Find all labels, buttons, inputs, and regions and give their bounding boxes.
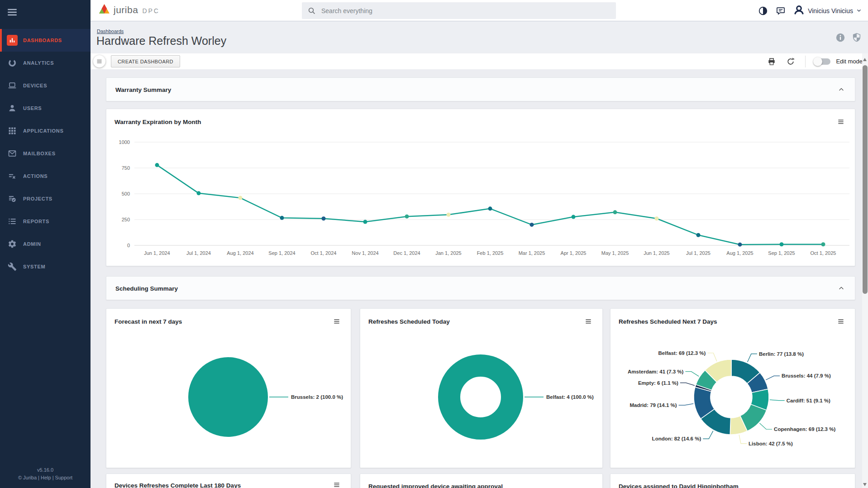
create-dashboard-button[interactable]: CREATE DASHBOARD	[111, 55, 180, 67]
project-check-icon	[7, 193, 18, 204]
contrast-icon[interactable]	[758, 6, 768, 16]
chart-menu-icon[interactable]	[333, 317, 341, 325]
sidebar-item-label: USERS	[23, 105, 42, 111]
refreshes-today-card: Refreshes Scheduled Today Belfast: 4 (10…	[360, 308, 603, 468]
svg-text:Apr 1, 2025: Apr 1, 2025	[561, 250, 587, 256]
sidebar-item-devices[interactable]: DEVICES	[0, 74, 91, 97]
scroll-up-arrow[interactable]	[863, 58, 867, 61]
scroll-down-arrow[interactable]	[863, 483, 867, 486]
svg-text:Jul 1, 2025: Jul 1, 2025	[686, 250, 711, 256]
refreshes-today-donut-chart[interactable]: Belfast: 4 (100.0 %)	[360, 309, 603, 469]
search-input[interactable]	[321, 7, 593, 14]
app-version: v5.16.0	[0, 466, 91, 474]
chart-menu-icon[interactable]	[837, 118, 845, 126]
chart-menu-icon[interactable]	[584, 317, 592, 325]
breadcrumb[interactable]: Dashboards	[97, 29, 124, 34]
sidebar-item-users[interactable]: USERS	[0, 97, 91, 120]
collapse-chevron-up-icon[interactable]	[838, 285, 845, 292]
sidebar-item-label: ANALYTICS	[23, 60, 54, 66]
print-icon[interactable]	[767, 57, 776, 66]
svg-text:Jun 1, 2025: Jun 1, 2025	[644, 250, 670, 256]
list-x-icon	[7, 171, 18, 182]
sidebar-item-admin[interactable]: ADMIN	[0, 233, 91, 255]
svg-text:Empty: 6 (1.1 %): Empty: 6 (1.1 %)	[638, 380, 678, 386]
warranty-summary-panel[interactable]: Warranty Summary	[106, 77, 855, 101]
global-search[interactable]	[302, 2, 616, 19]
shield-icon[interactable]	[852, 33, 862, 43]
svg-text:Belfast: 4 (100.0 %): Belfast: 4 (100.0 %)	[546, 394, 594, 400]
toolbar-divider	[805, 56, 806, 67]
sidebar-item-applications[interactable]: APPLICATIONS	[0, 120, 91, 142]
grid-icon	[7, 125, 18, 136]
svg-text:Feb 1, 2025: Feb 1, 2025	[477, 250, 504, 256]
svg-text:Mar 1, 2025: Mar 1, 2025	[519, 250, 545, 256]
page-title: Hardware Refresh Worley	[96, 34, 226, 48]
warranty-expiration-card: Warranty Expiration by Month 02505007501…	[106, 109, 855, 266]
donut-icon	[7, 57, 18, 68]
gear-icon	[7, 239, 18, 249]
sidebar-item-analytics[interactable]: ANALYTICS	[0, 52, 91, 74]
refreshes-today-title: Refreshes Scheduled Today	[368, 318, 450, 325]
sidebar-item-label: REPORTS	[23, 219, 49, 224]
scheduling-summary-panel[interactable]: Scheduling Summary	[106, 276, 855, 300]
svg-text:1000: 1000	[119, 139, 130, 145]
sidebar-footer: v5.16.0 © Juriba | Help | Support	[0, 466, 91, 482]
vertical-scrollbar[interactable]	[862, 53, 868, 488]
person-icon	[7, 103, 18, 114]
sidebar-item-actions[interactable]: ACTIONS	[0, 165, 91, 187]
sidebar: DASHBOARDSANALYTICSDEVICESUSERSAPPLICATI…	[0, 0, 91, 488]
sidebar-item-reports[interactable]: REPORTS	[0, 210, 91, 233]
svg-text:Jan 1, 2025: Jan 1, 2025	[435, 250, 462, 256]
assigned-devices-card: Devices assigned to David Higginbotham	[610, 474, 855, 488]
svg-text:Berlin: 77 (13.8 %): Berlin: 77 (13.8 %)	[759, 351, 804, 357]
drag-handle[interactable]	[93, 55, 105, 67]
sidebar-item-label: ACTIONS	[23, 173, 48, 179]
chart-menu-icon[interactable]	[837, 317, 845, 325]
topbar: juriba DPC Vinicius Vinicius	[91, 0, 868, 21]
list-icon	[7, 216, 18, 227]
info-icon[interactable]	[835, 33, 845, 43]
sidebar-item-projects[interactable]: PROJECTS	[0, 187, 91, 210]
svg-text:Aug 1, 2024: Aug 1, 2024	[227, 250, 253, 256]
svg-text:Belfast: 69 (12.3 %): Belfast: 69 (12.3 %)	[658, 350, 706, 356]
search-icon	[308, 7, 316, 15]
page: DASHBOARDSANALYTICSDEVICESUSERSAPPLICATI…	[0, 0, 868, 488]
footer-links[interactable]: © Juriba | Help | Support	[0, 474, 91, 482]
edit-mode-toggle[interactable]	[815, 58, 830, 65]
refreshes-next7-donut-chart[interactable]: Berlin: 77 (13.8 %)Brussels: 44 (7.9 %)C…	[610, 309, 856, 469]
wrench-icon	[7, 261, 18, 272]
forecast-card: Forecast in next 7 days Brussels: 2 (100…	[106, 308, 351, 468]
refreshes-next7-title: Refreshes Scheduled Next 7 Days	[619, 318, 717, 325]
collapse-chevron-up-icon[interactable]	[838, 86, 845, 93]
sidebar-item-mailboxes[interactable]: MAILBOXES	[0, 142, 91, 165]
juriba-logo[interactable]: juriba DPC	[98, 3, 160, 17]
user-menu[interactable]: Vinicius Vinicius	[793, 4, 862, 17]
sidebar-hamburger-icon[interactable]	[6, 6, 18, 18]
chart-menu-icon[interactable]	[333, 481, 341, 488]
sidebar-item-dashboards[interactable]: DASHBOARDS	[0, 29, 91, 52]
awaiting-approval-title: Requested improved device awaiting appro…	[368, 483, 503, 488]
forecast-pie-chart[interactable]: Brussels: 2 (100.0 %)	[106, 309, 352, 469]
svg-text:Brussels: 44 (7.9 %): Brussels: 44 (7.9 %)	[782, 373, 831, 378]
svg-text:250: 250	[122, 217, 130, 222]
svg-text:Nov 1, 2024: Nov 1, 2024	[352, 250, 378, 256]
brand-name: juriba	[114, 5, 138, 15]
topbar-actions: Vinicius Vinicius	[758, 0, 862, 21]
edit-mode-label: Edit mode	[836, 58, 863, 65]
sidebar-item-system[interactable]: SYSTEM	[0, 255, 91, 278]
svg-text:Cardiff: 51 (9.1 %): Cardiff: 51 (9.1 %)	[787, 398, 830, 403]
sidebar-item-label: APPLICATIONS	[23, 128, 63, 134]
refresh-icon[interactable]	[786, 57, 795, 66]
feedback-icon[interactable]	[776, 6, 786, 16]
forecast-title: Forecast in next 7 days	[114, 318, 182, 325]
warranty-line-chart[interactable]: 02505007501000Jun 1, 2024Jul 1, 2024Aug …	[106, 109, 856, 267]
svg-text:Oct 1, 2025: Oct 1, 2025	[811, 250, 836, 256]
svg-text:London: 82 (14.6 %): London: 82 (14.6 %)	[652, 436, 701, 441]
scroll-thumb[interactable]	[863, 65, 868, 294]
svg-text:Oct 1, 2024: Oct 1, 2024	[311, 250, 337, 256]
svg-text:Dec 1, 2024: Dec 1, 2024	[393, 250, 420, 256]
sidebar-nav: DASHBOARDSANALYTICSDEVICESUSERSAPPLICATI…	[0, 29, 91, 278]
breadcrumb-band: Dashboards Hardware Refresh Worley	[91, 22, 868, 53]
sidebar-item-label: PROJECTS	[23, 196, 52, 201]
sidebar-item-label: DASHBOARDS	[23, 38, 62, 43]
